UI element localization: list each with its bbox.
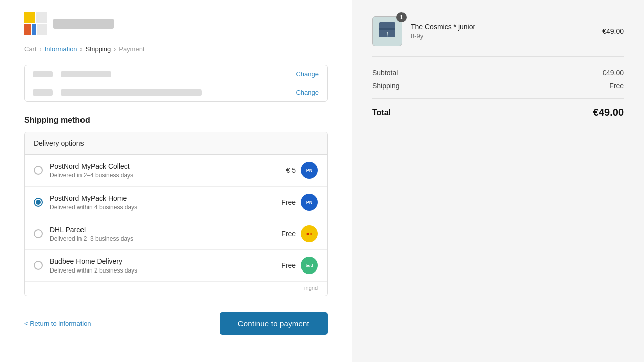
delivery-name-postnord-collect: PostNord MyPack Collect xyxy=(50,162,286,170)
info-placeholder-contact-label xyxy=(33,71,53,77)
carrier-logo-pn-home: PN xyxy=(301,194,318,211)
delivery-option-postnord-home[interactable]: PostNord MyPack Home Delivered within 4 … xyxy=(25,187,327,218)
svg-rect-2 xyxy=(24,24,31,35)
delivery-option-dhl[interactable]: DHL Parcel Delivered in 2–3 business day… xyxy=(25,218,327,250)
total-label: Total xyxy=(372,108,391,117)
total-value: €49.00 xyxy=(593,107,624,118)
delivery-info-postnord-collect: PostNord MyPack Collect Delivered in 2–4… xyxy=(50,162,286,179)
svg-rect-3 xyxy=(32,24,36,35)
info-placeholder-ship-label xyxy=(33,89,53,96)
change-contact-link[interactable]: Change xyxy=(296,70,319,78)
left-panel: Cart › Information › Shipping › Payment … xyxy=(0,0,352,362)
info-row-2-left xyxy=(33,89,202,96)
breadcrumb-sep-1: › xyxy=(40,46,42,53)
radio-postnord-home[interactable] xyxy=(34,198,43,207)
delivery-option-postnord-collect[interactable]: PostNord MyPack Collect Delivered in 2–4… xyxy=(25,155,327,187)
ingrid-label: ingrid xyxy=(25,282,327,296)
radio-postnord-collect[interactable] xyxy=(34,166,43,175)
order-summary: Subtotal €49.00 Shipping Free Total €49.… xyxy=(372,69,624,118)
info-placeholder-contact-value xyxy=(61,71,111,77)
radio-dhl[interactable] xyxy=(34,229,43,238)
delivery-subtext-dhl: Delivered in 2–3 business days xyxy=(50,235,281,242)
breadcrumb-cart[interactable]: Cart xyxy=(24,45,37,53)
delivery-price-budbee: Free xyxy=(281,261,296,269)
delivery-subtext-postnord-collect: Delivered in 2–4 business days xyxy=(50,172,286,179)
breadcrumb-sep-3: › xyxy=(114,46,116,53)
delivery-price-area-postnord-home: Free PN xyxy=(281,194,318,211)
delivery-price-postnord-home: Free xyxy=(281,198,296,206)
product-price: €49.00 xyxy=(602,27,624,35)
product-image-wrap: 1 xyxy=(372,16,403,46)
info-row-1: Change xyxy=(25,65,327,83)
delivery-card: Delivery options PostNord MyPack Collect… xyxy=(24,132,328,296)
breadcrumb-sep-2: › xyxy=(80,46,83,53)
product-size: 8-9y xyxy=(411,32,594,40)
info-row-1-left xyxy=(33,71,111,77)
delivery-name-postnord-home: PostNord MyPack Home xyxy=(50,194,281,202)
subtotal-label: Subtotal xyxy=(372,69,398,77)
delivery-options-header: Delivery options xyxy=(25,132,327,155)
svg-rect-6 xyxy=(379,28,395,30)
shipping-value: Free xyxy=(609,82,624,90)
subtotal-value: €49.00 xyxy=(602,69,624,77)
info-box: Change Change xyxy=(24,65,328,102)
svg-rect-0 xyxy=(24,12,35,23)
delivery-name-budbee: Budbee Home Delivery xyxy=(50,257,281,265)
product-quantity-badge: 1 xyxy=(396,12,407,22)
delivery-price-area-dhl: Free DHL xyxy=(281,225,318,242)
breadcrumb: Cart › Information › Shipping › Payment xyxy=(24,45,328,53)
radio-inner-postnord-home xyxy=(36,200,41,205)
delivery-info-postnord-home: PostNord MyPack Home Delivered within 4 … xyxy=(50,194,281,211)
right-panel: 1 The Cosmics * junior 8-9y €49.00 Subto… xyxy=(352,0,644,362)
breadcrumb-shipping: Shipping xyxy=(86,45,111,53)
breadcrumb-information[interactable]: Information xyxy=(45,45,77,53)
carrier-logo-pn-collect: PN xyxy=(301,162,318,179)
delivery-subtext-postnord-home: Delivered within 4 business days xyxy=(50,204,281,211)
svg-rect-4 xyxy=(37,24,47,35)
shipping-method-title: Shipping method xyxy=(24,116,328,125)
delivery-price-postnord-collect: € 5 xyxy=(286,166,296,174)
product-name: The Cosmics * junior xyxy=(411,23,594,31)
delivery-option-budbee[interactable]: Budbee Home Delivery Delivered within 2 … xyxy=(25,250,327,282)
shipping-label: Shipping xyxy=(372,82,400,90)
delivery-price-area-budbee: Free bud xyxy=(281,257,318,274)
continue-to-payment-button[interactable]: Continue to payment xyxy=(220,312,328,335)
store-logo-icon xyxy=(24,12,47,35)
info-placeholder-ship-value xyxy=(61,89,202,96)
breadcrumb-payment: Payment xyxy=(119,45,144,53)
delivery-subtext-budbee: Delivered within 2 business days xyxy=(50,267,281,274)
return-to-information-link[interactable]: < Return to information xyxy=(24,320,91,327)
carrier-logo-dhl: DHL xyxy=(301,225,318,242)
carrier-logo-budbee: bud xyxy=(301,257,318,274)
summary-row-total: Total €49.00 xyxy=(372,98,624,118)
delivery-name-dhl: DHL Parcel xyxy=(50,226,281,234)
product-details: The Cosmics * junior 8-9y xyxy=(411,23,594,40)
delivery-info-dhl: DHL Parcel Delivered in 2–3 business day… xyxy=(50,226,281,242)
logo-area xyxy=(24,12,328,35)
order-item: 1 The Cosmics * junior 8-9y €49.00 xyxy=(372,16,624,57)
product-image-svg xyxy=(377,21,397,41)
summary-row-shipping: Shipping Free xyxy=(372,82,624,90)
delivery-price-dhl: Free xyxy=(281,230,296,238)
logo-text xyxy=(53,19,114,29)
delivery-price-area-postnord-collect: € 5 PN xyxy=(286,162,318,179)
summary-row-subtotal: Subtotal €49.00 xyxy=(372,69,624,77)
checkout-footer: < Return to information Continue to paym… xyxy=(24,312,328,335)
info-row-2: Change xyxy=(25,83,327,101)
delivery-info-budbee: Budbee Home Delivery Delivered within 2 … xyxy=(50,257,281,274)
change-address-link[interactable]: Change xyxy=(296,88,319,96)
svg-rect-1 xyxy=(36,12,47,23)
radio-budbee[interactable] xyxy=(34,261,43,270)
